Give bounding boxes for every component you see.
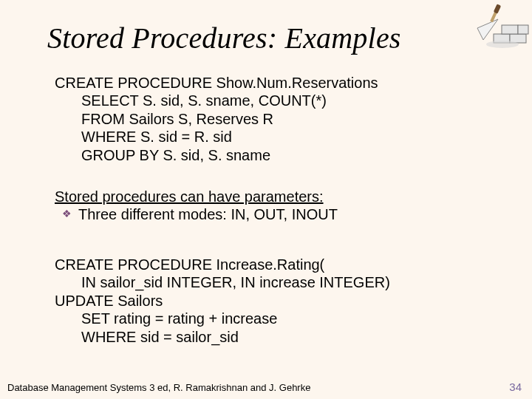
code-line: FROM Sailors S, Reserves R bbox=[81, 110, 378, 128]
slide: Stored Procedures: Examples CREATE PROCE… bbox=[0, 0, 532, 399]
page-number: 34 bbox=[509, 381, 522, 393]
code-line: WHERE sid = sailor_sid bbox=[81, 328, 390, 346]
code-line: IN sailor_sid INTEGER, IN increase INTEG… bbox=[81, 273, 390, 291]
svg-rect-7 bbox=[494, 4, 502, 13]
code-line: GROUP BY S. sid, S. sname bbox=[81, 146, 378, 164]
svg-rect-3 bbox=[518, 25, 528, 34]
code-line: SELECT S. sid, S. sname, COUNT(*) bbox=[81, 92, 378, 109]
code-block-2: CREATE PROCEDURE Increase.Rating( IN sai… bbox=[55, 256, 390, 346]
slide-title: Stored Procedures: Examples bbox=[47, 21, 401, 55]
code-line: WHERE S. sid = R. sid bbox=[81, 128, 378, 146]
diamond-bullet-icon: ❖ bbox=[62, 208, 78, 220]
bullet-text: Three different modes: IN, OUT, INOUT bbox=[78, 206, 338, 222]
trowel-bricks-icon bbox=[473, 1, 531, 55]
params-heading: Stored procedures can have parameters: bbox=[55, 188, 324, 205]
code-line: CREATE PROCEDURE Show.Num.Reservations bbox=[55, 75, 378, 91]
svg-point-4 bbox=[486, 41, 519, 48]
code-line: UPDATE Sailors bbox=[55, 293, 163, 309]
code-block-1: CREATE PROCEDURE Show.Num.Reservations S… bbox=[55, 74, 378, 164]
code-line: CREATE PROCEDURE Increase.Rating( bbox=[55, 256, 324, 273]
footer-text: Database Management Systems 3 ed, R. Ram… bbox=[7, 382, 310, 393]
params-block: Stored procedures can have parameters: ❖… bbox=[55, 188, 338, 224]
bullet-item: ❖Three different modes: IN, OUT, INOUT bbox=[62, 205, 338, 223]
code-line: SET rating = rating + increase bbox=[81, 310, 390, 327]
svg-rect-2 bbox=[502, 25, 518, 34]
